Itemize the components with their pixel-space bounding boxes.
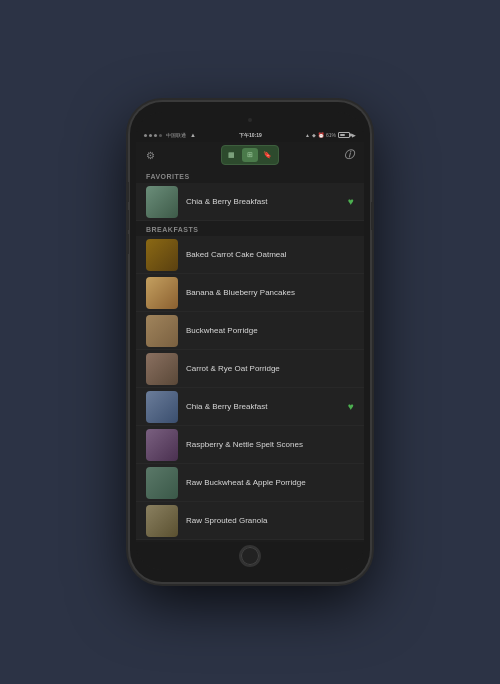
tab-bookmark-view[interactable]: 🔖 (260, 148, 276, 162)
thumb-image (146, 505, 178, 537)
bookmark-icon: 🔖 (263, 151, 272, 159)
list-item[interactable]: Chia & Berry Breakfast ♥ (136, 388, 364, 426)
recipe-thumbnail (146, 505, 178, 537)
thumb-image (146, 353, 178, 385)
recipe-title: Chia & Berry Breakfast (186, 402, 344, 411)
phone-screen: 中国联通 ▲ 下午10:19 ▲ ◆ ⏰ 61% ▶ ⚙ (136, 112, 364, 570)
signal-dot-3 (154, 134, 157, 137)
recipe-thumbnail (146, 429, 178, 461)
settings-icon[interactable]: ⚙ (146, 150, 155, 161)
alarm-icon: ⏰ (318, 132, 324, 138)
phone-notch (136, 112, 364, 128)
list-item[interactable]: Buckwheat Porridge (136, 312, 364, 350)
recipe-thumbnail (146, 391, 178, 423)
list-item[interactable]: Baked Carrot Cake Oatmeal (136, 236, 364, 274)
recipe-list: FAVORITES Chia & Berry Breakfast ♥ BREAK… (136, 168, 364, 542)
carrier-label: 中国联通 (166, 132, 186, 138)
list-item[interactable]: Raspberry & Nettle Spelt Scones (136, 426, 364, 464)
favorite-heart-icon[interactable]: ♥ (348, 401, 354, 412)
list-item[interactable]: Raw Sprouted Granola (136, 502, 364, 540)
recipe-thumbnail (146, 239, 178, 271)
section-header-breakfasts: BREAKFASTS (136, 221, 364, 236)
tab-grid-view[interactable]: ⊞ (242, 148, 258, 162)
tab-list-view[interactable]: ▦ (224, 148, 240, 162)
thumb-image (146, 467, 178, 499)
recipe-title: Chia & Berry Breakfast (186, 197, 344, 206)
app-content: ⚙ ▦ ⊞ 🔖 ⓘ FAVORITES (136, 142, 364, 542)
battery-indicator (338, 132, 350, 138)
toolbar: ⚙ ▦ ⊞ 🔖 ⓘ (136, 142, 364, 168)
list-icon: ▦ (228, 151, 235, 159)
thumb-image (146, 277, 178, 309)
recipe-thumbnail (146, 467, 178, 499)
recipe-thumbnail (146, 353, 178, 385)
thumb-image (146, 429, 178, 461)
front-camera (248, 118, 252, 122)
phone-frame: 中国联通 ▲ 下午10:19 ▲ ◆ ⏰ 61% ▶ ⚙ (130, 102, 370, 582)
recipe-title: Raw Buckwheat & Apple Porridge (186, 478, 354, 487)
thumb-image (146, 186, 178, 218)
recipe-title: Banana & Blueberry Pancakes (186, 288, 354, 297)
recipe-thumbnail (146, 277, 178, 309)
signal-dot-2 (149, 134, 152, 137)
recipe-title: Raw Sprouted Granola (186, 516, 354, 525)
thumb-image (146, 239, 178, 271)
recipe-title: Carrot & Rye Oat Porridge (186, 364, 354, 373)
list-item[interactable]: Chia & Berry Breakfast ♥ (136, 183, 364, 221)
phone-bottom-bar (136, 542, 364, 570)
wifi-icon: ▲ (190, 132, 196, 138)
favorite-heart-icon[interactable]: ♥ (348, 196, 354, 207)
battery-pct-label: 61% (326, 132, 336, 138)
recipe-title: Raspberry & Nettle Spelt Scones (186, 440, 354, 449)
thumb-image (146, 315, 178, 347)
view-toggle-tabs: ▦ ⊞ 🔖 (221, 145, 279, 165)
home-button[interactable] (239, 545, 261, 567)
list-item[interactable]: Banana & Blueberry Pancakes (136, 274, 364, 312)
recipe-thumbnail (146, 315, 178, 347)
signal-dot-4 (159, 134, 162, 137)
status-bar: 中国联通 ▲ 下午10:19 ▲ ◆ ⏰ 61% ▶ (136, 128, 364, 142)
list-item[interactable]: Carrot & Rye Oat Porridge (136, 350, 364, 388)
list-item[interactable]: Raw Buckwheat & Apple Porridge (136, 464, 364, 502)
recipe-title: Baked Carrot Cake Oatmeal (186, 250, 354, 259)
info-button[interactable]: ⓘ (344, 148, 354, 162)
recipe-title: Buckwheat Porridge (186, 326, 354, 335)
charging-icon: ▶ (352, 132, 356, 138)
battery-fill (340, 134, 345, 136)
grid-icon: ⊞ (247, 151, 253, 159)
thumb-image (146, 391, 178, 423)
recipe-thumbnail (146, 186, 178, 218)
signal-icon: ▲ (305, 132, 310, 138)
status-left: 中国联通 ▲ (144, 132, 196, 138)
location-icon: ◆ (312, 132, 316, 138)
section-header-favorites: FAVORITES (136, 168, 364, 183)
signal-dot-1 (144, 134, 147, 137)
status-right: ▲ ◆ ⏰ 61% ▶ (305, 132, 356, 138)
time-display: 下午10:19 (239, 132, 262, 138)
